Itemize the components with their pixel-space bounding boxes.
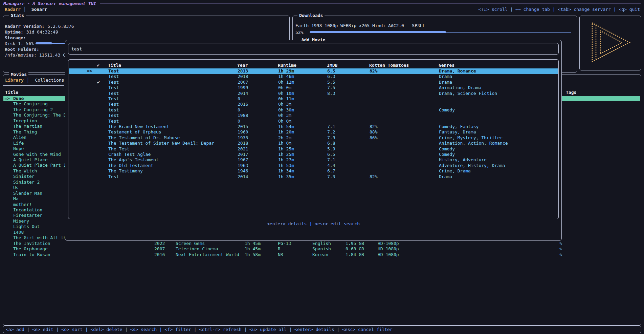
movie-size: 0.68 GB (346, 246, 364, 252)
version-value: 5.2.6.8376 (47, 24, 74, 29)
tab-radarr[interactable]: Radarr (5, 7, 21, 12)
movies-tabs: Library│ Collections│ (5, 78, 73, 83)
result-title: Test (108, 174, 236, 180)
movie-size: 1.95 GB (346, 241, 364, 246)
footer-help-text: <a> add | <e> edit | <o> sort | <del> de… (6, 326, 393, 333)
result-runtime: 1h 25m (278, 146, 294, 152)
result-title: The Brand New Testament (108, 124, 236, 129)
disk-gauge-fill (36, 42, 52, 44)
add-movie-row[interactable]: Test20160h 3m (69, 102, 558, 107)
movie-title: Gone with the Wind (13, 152, 68, 157)
movie-studio: Screen Gems (176, 241, 205, 246)
result-genres: History, Adventure (439, 157, 487, 163)
movie-runtime: 1h 45m (245, 246, 261, 252)
add-movie-row[interactable]: The Testament of Dr. Mabuse19332h 2m7.98… (69, 135, 558, 141)
add-movie-help-text: <enter> details | <esc> edit search (65, 221, 561, 226)
column-imdb: IMDB (327, 63, 337, 68)
stats-version-row: Radarr Version:5.2.6.8376 (5, 23, 288, 29)
result-imdb: 6.3 (327, 74, 335, 79)
result-genres: Drama (439, 80, 452, 85)
result-runtime: 0h 30m (278, 107, 294, 113)
library-row[interactable]: Train to Busan2016Next Entertainment Wor… (3, 252, 640, 257)
result-imdb: 4.4 (327, 163, 335, 168)
tabs-underline (3, 85, 64, 86)
result-title: Test (108, 68, 236, 74)
download-item-title: Earth 1998 1080p WEBRip x265 Hindi AAC2.… (295, 23, 575, 28)
result-runtime: 0h 3m (278, 113, 291, 118)
tab-sonarr[interactable]: Sonarr (31, 7, 47, 12)
result-imdb: 6.5 (327, 68, 335, 74)
movie-title: Nope (13, 146, 68, 151)
result-rotten_tomatoes: 82% (370, 174, 377, 180)
result-title: The Aga's Testament (108, 157, 236, 163)
result-genres: Crime, Drama (439, 168, 471, 174)
result-year: 2015 (238, 124, 248, 129)
managarr-play-logo-icon (586, 21, 634, 64)
result-runtime: 1h 27m (278, 157, 294, 163)
result-year: 2017 (238, 152, 248, 157)
movie-title: Sinister 2 (13, 180, 68, 185)
result-imdb: 6.7 (327, 168, 335, 174)
add-movie-row[interactable]: Test19880h 3m (69, 113, 558, 118)
result-title: The Testimony (108, 168, 236, 174)
result-rotten_tomatoes: 86% (370, 135, 377, 141)
movie-certification: PG-13 (278, 241, 291, 246)
movie-studio: Telecinco Cinema (176, 246, 218, 252)
tab-library[interactable]: Library (5, 78, 24, 83)
library-row[interactable]: The Orphanage2007Telecinco Cinema1h 45mR… (3, 246, 640, 252)
result-title: Test (108, 80, 236, 85)
add-movie-row[interactable]: Testament of Orpheus19601h 20m7.288%Fant… (69, 129, 558, 135)
tab-collections[interactable]: Collections (35, 78, 64, 83)
movie-language: Spanish (312, 246, 331, 252)
movie-title: Dune (13, 96, 68, 101)
movie-title: The Invitation (13, 241, 68, 246)
movie-title: Incantation (13, 207, 68, 213)
add-movie-row[interactable]: The Old Testament19631h 53m4.4Adventure,… (69, 163, 558, 168)
movie-title: The Conjuring 2 (13, 107, 68, 112)
add-movie-row[interactable]: Test19990h 0m7.5Animation, Drama (69, 85, 558, 90)
add-movie-row[interactable]: The Testament of Sister New Devil: Depar… (69, 141, 558, 146)
add-movie-row[interactable]: Test00h 11m (69, 96, 558, 102)
add-movie-row[interactable]: Test20181h 46m6.3Drama (69, 74, 558, 79)
result-genres: Comedy, Fantasy (439, 124, 479, 129)
movie-title: The Conjuring: The De (13, 112, 68, 118)
movie-year: 2016 (154, 252, 165, 257)
version-label: Radarr Version: (5, 24, 44, 29)
result-title: The Testament of Sister New Devil: Depar (108, 141, 236, 146)
library-row[interactable]: The Invitation2022Screen Gems1h 45mPG-13… (3, 241, 640, 246)
add-movie-row[interactable]: ✔Test20070h 12m5.5Drama (69, 80, 558, 85)
movie-title: The Witch (13, 168, 68, 174)
column-rotten-tomatoes: Rotten Tomatoes (369, 63, 409, 68)
result-year: 2018 (238, 74, 248, 79)
result-imdb: 7.9 (327, 135, 335, 141)
servarr-tabs: Radarr│ Sonarr (5, 7, 50, 12)
disk-gauge-line (52, 43, 65, 44)
add-movie-row[interactable]: Test00h 0m (69, 119, 558, 124)
column-title: Title (108, 63, 235, 68)
result-title: test (108, 107, 236, 113)
result-genres: Comedy (439, 146, 455, 152)
add-movie-row[interactable]: Crash Test Aglae20171h 25m6.5Comedy (69, 152, 558, 157)
result-genres: Animation, Action, Romance (439, 141, 508, 146)
add-movie-row[interactable]: The Brand New Testament20151h 54m7.182%C… (69, 124, 558, 129)
movie-title: Sinister (13, 174, 68, 179)
add-movie-row[interactable]: Test20140h 10m8.3Drama, Science Fiction (69, 91, 558, 96)
add-movie-row[interactable]: Test20141h 35m7.382%Drama (69, 174, 558, 180)
add-movie-row[interactable]: The Test20211h 25m5.9Comedy (69, 146, 558, 152)
add-movie-search-input[interactable] (68, 43, 558, 54)
movie-title: 1408 (13, 230, 68, 235)
result-year: 1967 (238, 157, 248, 163)
movie-quality: HD-1080p (378, 246, 399, 252)
add-movie-row[interactable]: test00h 30mComedy (69, 107, 558, 113)
add-movie-row[interactable]: The Testimony19461h 34m6.7Crime, Drama (69, 168, 558, 174)
add-movie-row[interactable]: The Aga's Testament19671h 27m7.1History,… (69, 157, 558, 163)
add-movie-row[interactable]: =>Test20131h 29m6.582%Drama, Romance (69, 68, 558, 74)
result-year: 2018 (238, 141, 248, 146)
result-imdb: 7.1 (327, 124, 335, 129)
result-genres: Fantasy, Drama (439, 129, 476, 135)
movie-studio: Next Entertainment World (176, 252, 239, 257)
result-runtime: 0h 10m (278, 91, 294, 96)
result-runtime: 1h 35m (278, 174, 294, 180)
movie-year: 2022 (154, 241, 165, 246)
uptime-label: Uptime: (5, 29, 23, 35)
